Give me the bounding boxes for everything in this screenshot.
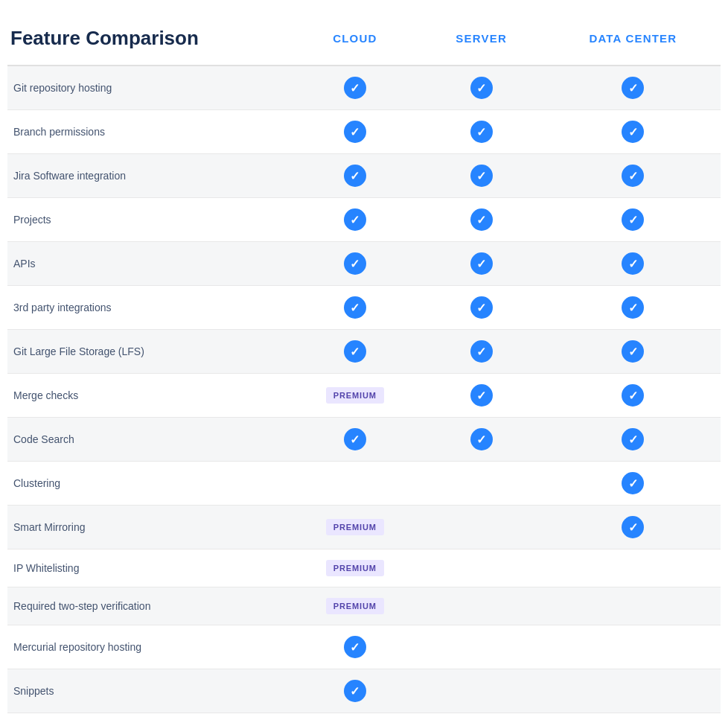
check-icon bbox=[470, 384, 493, 407]
cell-datacenter-check bbox=[546, 462, 721, 506]
feature-name: Mercurial repository hosting bbox=[7, 625, 293, 669]
check-icon bbox=[470, 428, 493, 450]
check-icon bbox=[344, 340, 366, 363]
cell-cloud-check bbox=[293, 154, 417, 198]
cell-datacenter-check bbox=[546, 418, 721, 462]
cell-datacenter-check bbox=[546, 330, 721, 374]
cell-cloud-check bbox=[293, 713, 417, 718]
feature-name: Git Large File Storage (LFS) bbox=[7, 330, 293, 374]
cell-server-check bbox=[418, 154, 546, 198]
cell-cloud-check bbox=[293, 625, 417, 669]
feature-name: Required two-step verification bbox=[7, 587, 293, 625]
cell-server-check bbox=[418, 110, 546, 154]
check-icon bbox=[622, 428, 644, 450]
cell-cloud-check bbox=[293, 330, 417, 374]
cell-cloud-empty bbox=[293, 462, 417, 506]
feature-comparison-table: Feature Comparison CLOUD SERVER DATA CEN… bbox=[7, 15, 721, 717]
cell-cloud-premium: PREMIUM bbox=[293, 587, 417, 625]
cell-server-check bbox=[418, 418, 546, 462]
table-row: Built-in continuous delivery Bamboo* Bam… bbox=[7, 713, 721, 718]
feature-name: Clustering bbox=[7, 462, 293, 506]
table-row: Git Large File Storage (LFS) bbox=[7, 330, 721, 374]
cell-server-check bbox=[418, 198, 546, 242]
table-row: Git repository hosting bbox=[7, 66, 721, 110]
cell-datacenter-check bbox=[546, 286, 721, 330]
cell-server-empty bbox=[418, 506, 546, 549]
cell-server-check bbox=[418, 286, 546, 330]
cell-cloud-check bbox=[293, 286, 417, 330]
table-row: Required two-step verification PREMIUM bbox=[7, 587, 721, 625]
feature-name: Branch permissions bbox=[7, 110, 293, 154]
cell-cloud-check bbox=[293, 418, 417, 462]
table-row: APIs bbox=[7, 242, 721, 286]
premium-badge: PREMIUM bbox=[326, 519, 384, 535]
check-icon bbox=[622, 252, 644, 275]
table-row: 3rd party integrations bbox=[7, 286, 721, 330]
check-icon bbox=[344, 121, 366, 143]
cell-datacenter-check bbox=[546, 198, 721, 242]
table-row: Branch permissions bbox=[7, 110, 721, 154]
check-icon bbox=[470, 340, 493, 363]
page-container: Feature Comparison CLOUD SERVER DATA CEN… bbox=[0, 0, 728, 717]
cell-server-empty bbox=[418, 462, 546, 506]
check-icon bbox=[622, 340, 644, 363]
check-icon bbox=[344, 636, 366, 658]
cell-cloud-check bbox=[293, 110, 417, 154]
cell-datacenter-check bbox=[546, 374, 721, 418]
feature-name: Built-in continuous delivery bbox=[7, 713, 293, 718]
table-row: Clustering bbox=[7, 462, 721, 506]
check-icon bbox=[622, 384, 644, 407]
table-header-row: Feature Comparison CLOUD SERVER DATA CEN… bbox=[7, 15, 721, 66]
feature-name: Projects bbox=[7, 198, 293, 242]
column-header-server: SERVER bbox=[418, 15, 546, 66]
check-icon bbox=[344, 165, 366, 187]
feature-name: IP Whitelisting bbox=[7, 549, 293, 587]
cell-cloud-premium: PREMIUM bbox=[293, 506, 417, 549]
cell-server-empty bbox=[418, 669, 546, 713]
table-row: Smart Mirroring PREMIUM bbox=[7, 506, 721, 549]
check-icon bbox=[470, 165, 493, 187]
cell-datacenter-check bbox=[546, 506, 721, 549]
check-icon bbox=[344, 208, 366, 231]
table-row: Snippets bbox=[7, 669, 721, 713]
cell-datacenter-check bbox=[546, 154, 721, 198]
check-icon bbox=[344, 296, 366, 319]
check-icon bbox=[622, 208, 644, 231]
check-icon bbox=[470, 121, 493, 143]
cell-datacenter-empty bbox=[546, 587, 721, 625]
cell-server-check bbox=[418, 242, 546, 286]
table-row: Merge checks PREMIUM bbox=[7, 374, 721, 418]
check-icon bbox=[344, 428, 366, 450]
cell-cloud-check bbox=[293, 198, 417, 242]
premium-badge: PREMIUM bbox=[326, 598, 384, 614]
column-header-datacenter: DATA CENTER bbox=[546, 15, 721, 66]
cell-datacenter-check bbox=[546, 242, 721, 286]
cell-datacenter-empty bbox=[546, 549, 721, 587]
premium-badge: PREMIUM bbox=[326, 560, 384, 576]
cell-datacenter-empty bbox=[546, 625, 721, 669]
table-row: Jira Software integration bbox=[7, 154, 721, 198]
cell-datacenter-empty bbox=[546, 669, 721, 713]
cell-datacenter-check bbox=[546, 110, 721, 154]
column-header-cloud: CLOUD bbox=[293, 15, 417, 66]
cell-server-check bbox=[418, 66, 546, 110]
feature-name: Git repository hosting bbox=[7, 66, 293, 110]
table-row: Mercurial repository hosting bbox=[7, 625, 721, 669]
check-icon bbox=[344, 680, 366, 702]
feature-name: Code Search bbox=[7, 418, 293, 462]
feature-name: Jira Software integration bbox=[7, 154, 293, 198]
check-icon bbox=[622, 516, 644, 538]
check-icon bbox=[470, 208, 493, 231]
feature-name: Smart Mirroring bbox=[7, 506, 293, 549]
feature-name: Snippets bbox=[7, 669, 293, 713]
check-icon bbox=[344, 252, 366, 275]
cell-datacenter-text: Bamboo* bbox=[546, 713, 721, 718]
cell-server-empty bbox=[418, 625, 546, 669]
check-icon bbox=[622, 121, 644, 143]
table-row: IP Whitelisting PREMIUM bbox=[7, 549, 721, 587]
premium-badge: PREMIUM bbox=[326, 387, 384, 404]
cell-server-text: Bamboo* bbox=[418, 713, 546, 718]
check-icon bbox=[470, 252, 493, 275]
cell-server-empty bbox=[418, 549, 546, 587]
feature-name: 3rd party integrations bbox=[7, 286, 293, 330]
